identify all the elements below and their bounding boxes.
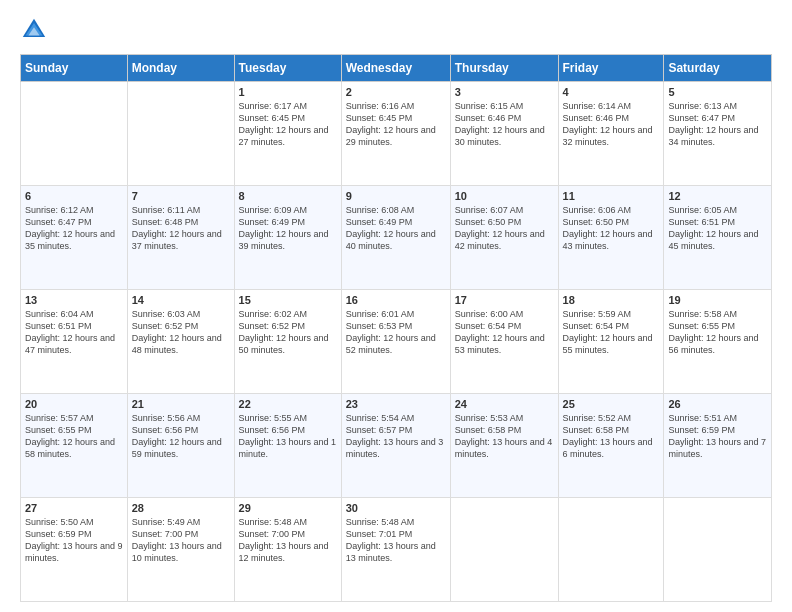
- day-info: Sunrise: 6:04 AM Sunset: 6:51 PM Dayligh…: [25, 308, 123, 357]
- day-cell: [558, 498, 664, 602]
- day-cell: 29Sunrise: 5:48 AM Sunset: 7:00 PM Dayli…: [234, 498, 341, 602]
- day-cell: 13Sunrise: 6:04 AM Sunset: 6:51 PM Dayli…: [21, 290, 128, 394]
- day-number: 27: [25, 502, 123, 514]
- day-info: Sunrise: 5:56 AM Sunset: 6:56 PM Dayligh…: [132, 412, 230, 461]
- day-info: Sunrise: 6:11 AM Sunset: 6:48 PM Dayligh…: [132, 204, 230, 253]
- day-info: Sunrise: 5:52 AM Sunset: 6:58 PM Dayligh…: [563, 412, 660, 461]
- day-number: 22: [239, 398, 337, 410]
- day-number: 6: [25, 190, 123, 202]
- day-number: 25: [563, 398, 660, 410]
- day-number: 28: [132, 502, 230, 514]
- day-cell: 5Sunrise: 6:13 AM Sunset: 6:47 PM Daylig…: [664, 82, 772, 186]
- day-cell: 11Sunrise: 6:06 AM Sunset: 6:50 PM Dayli…: [558, 186, 664, 290]
- day-number: 29: [239, 502, 337, 514]
- day-number: 15: [239, 294, 337, 306]
- day-info: Sunrise: 6:12 AM Sunset: 6:47 PM Dayligh…: [25, 204, 123, 253]
- day-cell: 6Sunrise: 6:12 AM Sunset: 6:47 PM Daylig…: [21, 186, 128, 290]
- day-info: Sunrise: 6:08 AM Sunset: 6:49 PM Dayligh…: [346, 204, 446, 253]
- day-cell: 4Sunrise: 6:14 AM Sunset: 6:46 PM Daylig…: [558, 82, 664, 186]
- day-info: Sunrise: 6:14 AM Sunset: 6:46 PM Dayligh…: [563, 100, 660, 149]
- weekday-header-friday: Friday: [558, 55, 664, 82]
- weekday-header-sunday: Sunday: [21, 55, 128, 82]
- day-number: 14: [132, 294, 230, 306]
- day-number: 3: [455, 86, 554, 98]
- day-cell: 22Sunrise: 5:55 AM Sunset: 6:56 PM Dayli…: [234, 394, 341, 498]
- week-row-4: 20Sunrise: 5:57 AM Sunset: 6:55 PM Dayli…: [21, 394, 772, 498]
- calendar-table: SundayMondayTuesdayWednesdayThursdayFrid…: [20, 54, 772, 602]
- day-cell: 30Sunrise: 5:48 AM Sunset: 7:01 PM Dayli…: [341, 498, 450, 602]
- day-cell: 14Sunrise: 6:03 AM Sunset: 6:52 PM Dayli…: [127, 290, 234, 394]
- day-info: Sunrise: 6:05 AM Sunset: 6:51 PM Dayligh…: [668, 204, 767, 253]
- day-number: 23: [346, 398, 446, 410]
- day-info: Sunrise: 6:16 AM Sunset: 6:45 PM Dayligh…: [346, 100, 446, 149]
- weekday-header-wednesday: Wednesday: [341, 55, 450, 82]
- day-number: 24: [455, 398, 554, 410]
- day-info: Sunrise: 6:17 AM Sunset: 6:45 PM Dayligh…: [239, 100, 337, 149]
- day-cell: 21Sunrise: 5:56 AM Sunset: 6:56 PM Dayli…: [127, 394, 234, 498]
- day-info: Sunrise: 5:50 AM Sunset: 6:59 PM Dayligh…: [25, 516, 123, 565]
- day-cell: 28Sunrise: 5:49 AM Sunset: 7:00 PM Dayli…: [127, 498, 234, 602]
- day-cell: 19Sunrise: 5:58 AM Sunset: 6:55 PM Dayli…: [664, 290, 772, 394]
- day-cell: [664, 498, 772, 602]
- day-cell: 17Sunrise: 6:00 AM Sunset: 6:54 PM Dayli…: [450, 290, 558, 394]
- day-info: Sunrise: 5:48 AM Sunset: 7:01 PM Dayligh…: [346, 516, 446, 565]
- day-cell: 9Sunrise: 6:08 AM Sunset: 6:49 PM Daylig…: [341, 186, 450, 290]
- day-cell: 27Sunrise: 5:50 AM Sunset: 6:59 PM Dayli…: [21, 498, 128, 602]
- week-row-2: 6Sunrise: 6:12 AM Sunset: 6:47 PM Daylig…: [21, 186, 772, 290]
- day-info: Sunrise: 5:57 AM Sunset: 6:55 PM Dayligh…: [25, 412, 123, 461]
- day-cell: 2Sunrise: 6:16 AM Sunset: 6:45 PM Daylig…: [341, 82, 450, 186]
- weekday-header-saturday: Saturday: [664, 55, 772, 82]
- week-row-1: 1Sunrise: 6:17 AM Sunset: 6:45 PM Daylig…: [21, 82, 772, 186]
- day-number: 26: [668, 398, 767, 410]
- day-number: 20: [25, 398, 123, 410]
- day-cell: [127, 82, 234, 186]
- header: [20, 16, 772, 44]
- day-info: Sunrise: 6:00 AM Sunset: 6:54 PM Dayligh…: [455, 308, 554, 357]
- day-cell: 16Sunrise: 6:01 AM Sunset: 6:53 PM Dayli…: [341, 290, 450, 394]
- day-number: 16: [346, 294, 446, 306]
- day-info: Sunrise: 5:54 AM Sunset: 6:57 PM Dayligh…: [346, 412, 446, 461]
- day-number: 1: [239, 86, 337, 98]
- day-cell: 3Sunrise: 6:15 AM Sunset: 6:46 PM Daylig…: [450, 82, 558, 186]
- day-number: 30: [346, 502, 446, 514]
- day-cell: [21, 82, 128, 186]
- day-info: Sunrise: 5:49 AM Sunset: 7:00 PM Dayligh…: [132, 516, 230, 565]
- day-number: 10: [455, 190, 554, 202]
- day-cell: 10Sunrise: 6:07 AM Sunset: 6:50 PM Dayli…: [450, 186, 558, 290]
- day-number: 5: [668, 86, 767, 98]
- day-info: Sunrise: 5:53 AM Sunset: 6:58 PM Dayligh…: [455, 412, 554, 461]
- day-number: 8: [239, 190, 337, 202]
- day-number: 7: [132, 190, 230, 202]
- day-info: Sunrise: 6:02 AM Sunset: 6:52 PM Dayligh…: [239, 308, 337, 357]
- day-cell: 8Sunrise: 6:09 AM Sunset: 6:49 PM Daylig…: [234, 186, 341, 290]
- day-number: 13: [25, 294, 123, 306]
- day-info: Sunrise: 5:59 AM Sunset: 6:54 PM Dayligh…: [563, 308, 660, 357]
- weekday-header-tuesday: Tuesday: [234, 55, 341, 82]
- day-info: Sunrise: 6:03 AM Sunset: 6:52 PM Dayligh…: [132, 308, 230, 357]
- day-number: 21: [132, 398, 230, 410]
- weekday-header-thursday: Thursday: [450, 55, 558, 82]
- weekday-header-row: SundayMondayTuesdayWednesdayThursdayFrid…: [21, 55, 772, 82]
- logo: [20, 16, 52, 44]
- day-number: 12: [668, 190, 767, 202]
- week-row-3: 13Sunrise: 6:04 AM Sunset: 6:51 PM Dayli…: [21, 290, 772, 394]
- day-number: 11: [563, 190, 660, 202]
- day-number: 4: [563, 86, 660, 98]
- day-cell: 26Sunrise: 5:51 AM Sunset: 6:59 PM Dayli…: [664, 394, 772, 498]
- day-cell: 12Sunrise: 6:05 AM Sunset: 6:51 PM Dayli…: [664, 186, 772, 290]
- day-cell: 24Sunrise: 5:53 AM Sunset: 6:58 PM Dayli…: [450, 394, 558, 498]
- day-info: Sunrise: 5:55 AM Sunset: 6:56 PM Dayligh…: [239, 412, 337, 461]
- calendar-page: SundayMondayTuesdayWednesdayThursdayFrid…: [0, 0, 792, 612]
- logo-icon: [20, 16, 48, 44]
- weekday-header-monday: Monday: [127, 55, 234, 82]
- day-cell: 20Sunrise: 5:57 AM Sunset: 6:55 PM Dayli…: [21, 394, 128, 498]
- day-info: Sunrise: 5:58 AM Sunset: 6:55 PM Dayligh…: [668, 308, 767, 357]
- day-info: Sunrise: 6:01 AM Sunset: 6:53 PM Dayligh…: [346, 308, 446, 357]
- day-cell: 25Sunrise: 5:52 AM Sunset: 6:58 PM Dayli…: [558, 394, 664, 498]
- day-number: 19: [668, 294, 767, 306]
- day-number: 9: [346, 190, 446, 202]
- day-cell: 1Sunrise: 6:17 AM Sunset: 6:45 PM Daylig…: [234, 82, 341, 186]
- day-info: Sunrise: 6:07 AM Sunset: 6:50 PM Dayligh…: [455, 204, 554, 253]
- day-cell: 23Sunrise: 5:54 AM Sunset: 6:57 PM Dayli…: [341, 394, 450, 498]
- day-info: Sunrise: 6:13 AM Sunset: 6:47 PM Dayligh…: [668, 100, 767, 149]
